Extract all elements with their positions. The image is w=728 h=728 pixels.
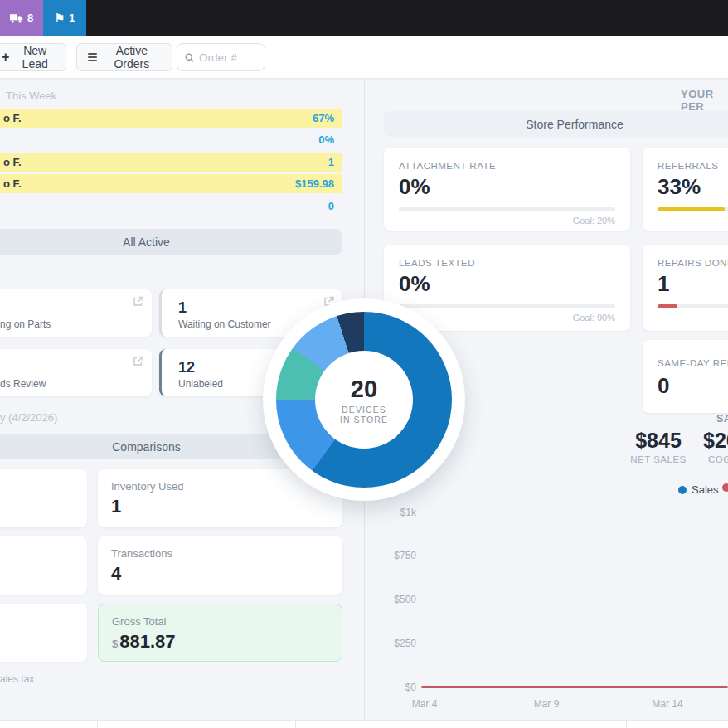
attachment-rate-card: ATTACHMENT RATE 0% Goal: 20% <box>384 148 630 231</box>
comparison-card-left <box>0 604 87 662</box>
new-lead-button[interactable]: + New Lead <box>0 43 66 71</box>
external-link-icon[interactable] <box>133 356 143 366</box>
y-tick: $1k <box>375 507 416 518</box>
next-section-edge <box>0 720 728 728</box>
plus-icon: + <box>2 50 9 65</box>
order-search <box>177 43 265 71</box>
week-row[interactable]: 0% <box>0 130 342 149</box>
trucks-count: 8 <box>27 12 33 24</box>
cogs-legend-dot <box>722 483 728 492</box>
your-performance-header: YOUR PER <box>681 88 728 113</box>
y-tick: $750 <box>375 550 416 561</box>
order-search-input[interactable] <box>199 51 257 64</box>
dashboard-screen: 8 ⚑ 1 + New Lead Active Orders This Week… <box>0 0 728 728</box>
flags-count: 1 <box>69 12 75 24</box>
truck-icon <box>10 13 23 23</box>
progress-track <box>658 207 728 211</box>
cogs-value: $20 <box>703 429 728 453</box>
net-sales-label: NET SALES <box>629 454 688 464</box>
new-lead-label: New Lead <box>15 44 55 70</box>
search-icon <box>185 52 194 63</box>
all-active-toggle[interactable]: All Active <box>0 229 342 255</box>
cogs-label: COG <box>708 454 728 464</box>
store-performance-toggle[interactable]: Store Performance <box>384 111 728 137</box>
active-orders-button[interactable]: Active Orders <box>76 43 172 71</box>
currency-symbol: $ <box>112 638 118 650</box>
status-card-needs-review[interactable]: ds Review <box>0 349 152 396</box>
gross-total-card: Gross Total $881.87 <box>98 604 342 662</box>
y-tick: $250 <box>375 638 416 649</box>
sales-section-header: SA <box>716 413 728 425</box>
donut-center: 20 DEVICES IN STORE <box>315 351 413 449</box>
x-tick: Mar 9 <box>526 698 567 710</box>
sales-legend-dot <box>678 486 687 494</box>
legend-cogs <box>722 483 728 492</box>
progress-track <box>399 304 615 308</box>
top-navbar: 8 ⚑ 1 <box>0 0 728 36</box>
progress-track <box>658 304 728 308</box>
week-row[interactable]: o F. $159.98 <box>0 174 342 193</box>
transactions-card: Transactions 4 <box>98 536 342 595</box>
toolbar: + New Lead Active Orders <box>0 36 728 79</box>
same-day-repair-card: SAME-DAY REPAIR 0 <box>643 340 728 413</box>
referrals-card: REFERRALS 33% <box>643 148 728 231</box>
y-tick: $0 <box>375 682 416 693</box>
net-sales-value: $845 <box>632 429 685 453</box>
repairs-done-card: REPAIRS DONE 1 <box>643 245 728 331</box>
cogs-line <box>421 686 728 688</box>
external-link-icon[interactable] <box>133 296 143 307</box>
trucks-badge[interactable]: 8 <box>0 0 43 36</box>
active-orders-label: Active Orders <box>103 44 161 70</box>
x-tick: Mar 4 <box>404 698 445 710</box>
legend-sales: Sales <box>678 483 719 496</box>
today-label: y (4/2/2026) <box>0 411 57 424</box>
sales-tax-footnote: ales tax <box>0 673 34 685</box>
progress-fill <box>658 207 725 211</box>
comparison-card-left <box>0 536 87 595</box>
comparison-card-left <box>0 469 87 527</box>
week-row[interactable]: o F. 67% <box>0 109 342 128</box>
flags-badge[interactable]: ⚑ 1 <box>43 0 86 36</box>
devices-donut-chart: 20 DEVICES IN STORE <box>263 298 465 501</box>
devices-count: 20 <box>351 376 377 403</box>
x-tick: Mar 14 <box>647 698 688 710</box>
gross-total-value: 881.87 <box>119 631 175 652</box>
flag-icon: ⚑ <box>55 12 66 24</box>
this-week-label: This Week <box>6 90 56 102</box>
week-row[interactable]: o F. 1 <box>0 153 342 172</box>
progress-track <box>399 207 615 211</box>
list-icon <box>88 51 97 63</box>
y-tick: $500 <box>375 594 416 605</box>
progress-fill <box>658 304 677 308</box>
week-row[interactable]: 0 <box>0 197 342 216</box>
status-card-waiting-on-parts[interactable]: ng on Parts <box>0 289 152 337</box>
